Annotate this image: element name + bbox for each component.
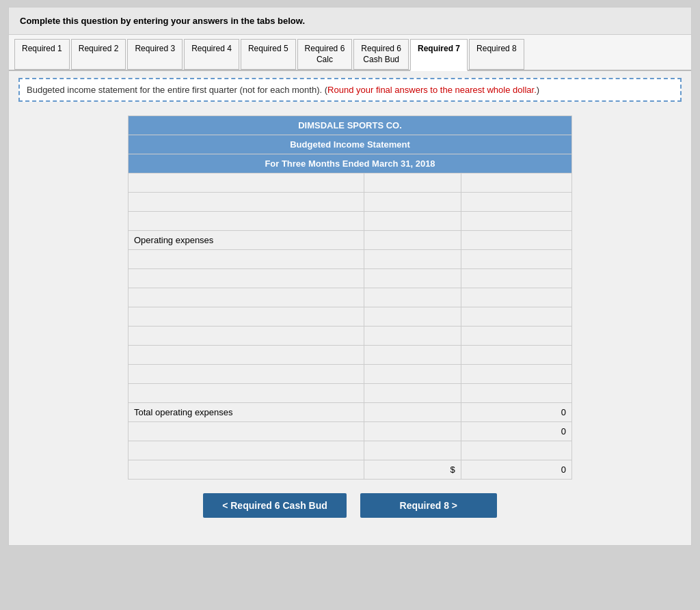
main-container: Complete this question by entering your … [8, 7, 692, 546]
table-row [129, 288, 572, 307]
row-total [461, 384, 571, 403]
row-total [461, 250, 571, 269]
tab-required-6-cash-bud[interactable]: Required 6Cash Bud [353, 39, 409, 70]
row-amount [364, 327, 461, 346]
table-row [129, 365, 572, 384]
table-row: 0 [129, 422, 572, 441]
row-label [129, 422, 364, 441]
row-total [461, 441, 571, 460]
table-row [129, 346, 572, 365]
row-label [129, 307, 364, 327]
row-total [461, 288, 571, 307]
table-row [129, 269, 572, 288]
row-label [129, 365, 364, 384]
row-label [129, 346, 364, 365]
row-amount [364, 422, 461, 441]
tab-required-5[interactable]: Required 5 [241, 39, 296, 70]
row-amount [364, 384, 461, 403]
table-row [129, 212, 572, 231]
row-label [129, 269, 364, 288]
row-label [129, 460, 364, 480]
tab-required-8[interactable]: Required 8 [469, 39, 524, 70]
row-amount [364, 212, 461, 231]
question-instruction: Budgeted income statement for the entire… [18, 78, 682, 102]
table-row [129, 441, 572, 460]
tab-required-2[interactable]: Required 2 [71, 39, 126, 70]
table-row [129, 193, 572, 212]
table-row [129, 307, 572, 327]
row-amount [364, 288, 461, 307]
row-total [461, 212, 571, 231]
report-period-row: For Three Months Ended March 31, 2018 [129, 154, 572, 174]
tab-required-7[interactable]: Required 7 [410, 39, 468, 71]
row-label [129, 174, 364, 193]
row-amount [364, 269, 461, 288]
row-amount [364, 365, 461, 384]
row-amount [364, 403, 461, 422]
row-amount [364, 250, 461, 269]
row-total [461, 327, 571, 346]
row-amount [364, 174, 461, 193]
instruction-red: Round your final answers to the nearest … [327, 85, 537, 95]
report-title-row: Budgeted Income Statement [129, 135, 572, 154]
final-value: 0 [461, 460, 571, 480]
tab-required-3[interactable]: Required 3 [127, 39, 183, 70]
dollar-sign-cell: $ [364, 460, 461, 480]
row-total [461, 193, 571, 212]
bottom-nav: < Required 6 Cash Bud Required 8 > [18, 493, 682, 531]
table-row [129, 174, 572, 193]
row-total [461, 365, 571, 384]
instruction-part1: Budgeted income statement for the entire… [27, 85, 327, 95]
report-company-row: DIMSDALE SPORTS CO. [129, 116, 572, 135]
row-total [461, 307, 571, 327]
tab-required-6-calc[interactable]: Required 6Calc [297, 39, 353, 70]
table-row [129, 327, 572, 346]
report-table: DIMSDALE SPORTS CO. Budgeted Income Stat… [128, 115, 572, 480]
table-row-operating-expenses: Operating expenses [129, 231, 572, 250]
total-operating-label: Total operating expenses [129, 403, 364, 422]
row-amount [364, 231, 461, 250]
row-total [461, 231, 571, 250]
row-label [129, 250, 364, 269]
tab-required-4[interactable]: Required 4 [184, 39, 239, 70]
row-amount [364, 346, 461, 365]
table-row [129, 250, 572, 269]
operating-expenses-label: Operating expenses [129, 231, 364, 250]
table-row [129, 384, 572, 403]
row-total-value: 0 [461, 422, 571, 441]
company-name: DIMSDALE SPORTS CO. [129, 116, 572, 135]
row-amount [364, 193, 461, 212]
row-total [461, 269, 571, 288]
prev-button[interactable]: < Required 6 Cash Bud [203, 493, 347, 518]
row-label [129, 193, 364, 212]
instruction-bar: Complete this question by entering your … [9, 8, 691, 35]
row-label [129, 384, 364, 403]
row-label [129, 441, 364, 460]
total-operating-value: 0 [461, 403, 571, 422]
content-area: DIMSDALE SPORTS CO. Budgeted Income Stat… [9, 109, 691, 545]
instruction-text: Complete this question by entering your … [20, 16, 305, 26]
tabs-row: Required 1 Required 2 Required 3 Require… [9, 35, 691, 71]
row-label [129, 288, 364, 307]
row-label [129, 327, 364, 346]
tab-required-1[interactable]: Required 1 [14, 39, 70, 70]
table-row-final: $ 0 [129, 460, 572, 480]
next-button[interactable]: Required 8 > [360, 493, 497, 518]
row-total [461, 346, 571, 365]
row-total [461, 174, 571, 193]
report-period: For Three Months Ended March 31, 2018 [129, 154, 572, 174]
row-label [129, 212, 364, 231]
instruction-part2: ) [537, 85, 539, 95]
report-title: Budgeted Income Statement [129, 135, 572, 154]
table-row-total-operating: Total operating expenses 0 [129, 403, 572, 422]
row-amount [364, 307, 461, 327]
row-amount [364, 441, 461, 460]
